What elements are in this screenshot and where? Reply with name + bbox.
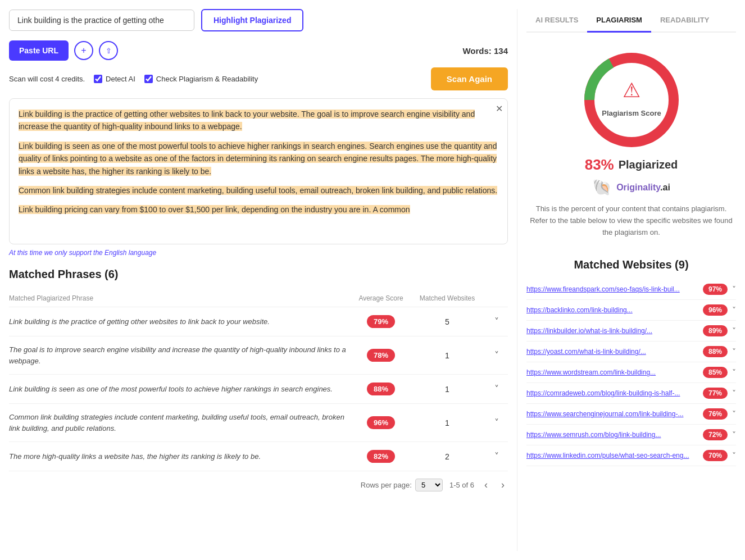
website-row: https://yoast.com/what-is-link-building/… [526, 342, 736, 362]
next-page-button[interactable]: › [498, 478, 508, 492]
highlighted-text-1: Link building is the practice of getting… [19, 110, 475, 131]
score-display: 83% Plagiarized [585, 156, 678, 174]
expand-website-button[interactable]: ˅ [732, 368, 736, 377]
rows-per-page[interactable]: Rows per page: 5 10 25 [361, 479, 443, 491]
website-link[interactable]: https://www.searchenginejournal.com/link… [526, 410, 698, 418]
highlighted-text-2: Link building is seen as one of the most… [19, 142, 497, 176]
donut-chart: ⚠ Plagiarism Score [575, 44, 688, 156]
website-link[interactable]: https://comradeweb.com/blog/link-buildin… [526, 389, 698, 397]
svg-text:Plagiarism Score: Plagiarism Score [602, 109, 661, 117]
website-link[interactable]: https://www.fireandspark.com/seo-faqs/is… [526, 285, 698, 293]
check-plagiarism-checkbox-label[interactable]: Check Plagiarism & Readability [144, 75, 258, 83]
website-link[interactable]: https://yoast.com/what-is-link-building/… [526, 348, 698, 356]
scan-cost-label: Scan will cost 4 credits. [9, 75, 85, 83]
website-score-badge: 97% [703, 284, 728, 295]
originality-logo-icon: 🐚 [592, 178, 612, 197]
expand-website-button[interactable]: ˅ [732, 285, 736, 294]
matched-websites-count: 2 [414, 452, 481, 461]
matched-websites-count: 1 [414, 351, 481, 360]
website-link[interactable]: https://www.wordstream.com/link-building… [526, 368, 698, 376]
expand-website-button[interactable]: ˅ [732, 326, 736, 335]
originality-logo-suffix: .ai [660, 183, 670, 192]
website-score-badge: 77% [703, 388, 728, 399]
website-row: https://www.searchenginejournal.com/link… [526, 404, 736, 425]
highlight-plagiarized-button[interactable]: Highlight Plagiarized [201, 9, 303, 31]
tab-plagiarism[interactable]: PLAGIARISM [587, 9, 651, 33]
col-matched-header: Matched Websites [414, 294, 481, 302]
phrase-text: Link building is the practice of getting… [9, 316, 348, 327]
language-note: At this time we only support the English… [9, 249, 508, 257]
website-score-badge: 76% [703, 408, 728, 420]
close-button[interactable]: ✕ [496, 103, 503, 114]
expand-website-button[interactable]: ˅ [732, 347, 736, 356]
website-score-badge: 72% [703, 429, 728, 440]
check-plagiarism-checkbox[interactable] [144, 75, 153, 83]
phrase-score-badge: 78% [367, 349, 395, 362]
expand-website-button[interactable]: ˅ [732, 409, 736, 418]
pagination: Rows per page: 5 10 25 1-5 of 6 ‹ › [9, 471, 508, 499]
tab-ai-results[interactable]: AI RESULTS [526, 9, 587, 33]
table-row: The goal is to improve search engine vis… [9, 336, 508, 375]
tab-readability[interactable]: READABILITY [651, 9, 718, 33]
table-row: Link building is seen as one of the most… [9, 375, 508, 404]
plagiarism-description: This is the percent of your content that… [526, 203, 736, 238]
expand-row-button[interactable]: ˅ [485, 350, 508, 361]
plagiarism-score-percent: 83% [585, 156, 614, 174]
tabs: AI RESULTS PLAGIARISM READABILITY [526, 9, 736, 33]
website-link[interactable]: https://linkbuilder.io/what-is-link-buil… [526, 327, 698, 335]
website-link[interactable]: https://backlinko.com/link-building... [526, 306, 698, 314]
content-para-2: Link building is seen as one of the most… [19, 140, 498, 177]
paste-url-button[interactable]: Paste URL [9, 40, 69, 61]
website-link[interactable]: https://www.semrush.com/blog/link-buildi… [526, 431, 698, 439]
rows-per-page-label: Rows per page: [361, 481, 412, 489]
table-row: The more high-quality links a website ha… [9, 442, 508, 471]
rows-per-page-select[interactable]: 5 10 25 [415, 479, 443, 491]
expand-website-button[interactable]: ˅ [732, 451, 736, 460]
website-score-badge: 85% [703, 367, 728, 378]
words-count: Words: 134 [462, 46, 508, 56]
phrase-text: The more high-quality links a website ha… [9, 451, 348, 462]
expand-row-button[interactable]: ˅ [485, 384, 508, 394]
expand-row-button[interactable]: ˅ [485, 451, 508, 462]
website-row: https://www.semrush.com/blog/link-buildi… [526, 425, 736, 445]
prev-page-button[interactable]: ‹ [481, 478, 491, 492]
matched-websites-count: 1 [414, 418, 481, 427]
col-phrase-header: Matched Plagiarized Phrase [9, 294, 348, 302]
detect-ai-checkbox[interactable] [94, 75, 102, 83]
website-score-badge: 89% [703, 325, 728, 336]
expand-row-button[interactable]: ˅ [485, 417, 508, 428]
highlighted-text-3: Common link building strategies include … [19, 186, 497, 195]
website-link[interactable]: https://www.linkedin.com/pulse/what-seo-… [526, 452, 698, 459]
content-para-4: Link building pricing can vary from $100… [19, 203, 498, 216]
text-input[interactable] [9, 10, 194, 31]
content-para-3: Common link building strategies include … [19, 184, 498, 197]
col-score-header: Average Score [353, 294, 409, 302]
detect-ai-checkbox-label[interactable]: Detect AI [94, 75, 135, 83]
phrase-text: Link building is seen as one of the most… [9, 384, 348, 395]
table-header: Matched Plagiarized Phrase Average Score… [9, 290, 508, 307]
check-plagiarism-label: Check Plagiarism & Readability [156, 75, 258, 83]
website-score-badge: 70% [703, 450, 728, 461]
content-area: ✕ Link building is the practice of getti… [9, 98, 508, 244]
add-icon-button[interactable]: + [74, 41, 93, 60]
phrase-score-badge: 96% [367, 416, 395, 429]
matched-websites-count: 5 [414, 317, 481, 326]
expand-website-button[interactable]: ˅ [732, 306, 736, 315]
website-score-badge: 96% [703, 304, 728, 316]
expand-website-button[interactable]: ˅ [732, 430, 736, 439]
highlighted-text-4: Link building pricing can vary from $100… [19, 205, 410, 214]
scan-again-button[interactable]: Scan Again [431, 67, 508, 90]
svg-text:⚠: ⚠ [623, 79, 640, 102]
phrase-score-badge: 79% [367, 315, 395, 328]
phrase-score-badge: 88% [367, 383, 395, 395]
website-row: https://www.wordstream.com/link-building… [526, 362, 736, 383]
donut-chart-container: ⚠ Plagiarism Score 83% Plagiarized 🐚 Ori… [526, 44, 736, 249]
expand-website-button[interactable]: ˅ [732, 389, 736, 398]
website-row: https://backlinko.com/link-building... 9… [526, 300, 736, 321]
phrase-text: Common link building strategies include … [9, 412, 348, 434]
expand-row-button[interactable]: ˅ [485, 316, 508, 327]
plagiarism-score-label: Plagiarized [619, 158, 678, 171]
website-row: https://comradeweb.com/blog/link-buildin… [526, 383, 736, 404]
table-row: Link building is the practice of getting… [9, 307, 508, 336]
share-icon-button[interactable]: ⇧ [99, 41, 118, 60]
